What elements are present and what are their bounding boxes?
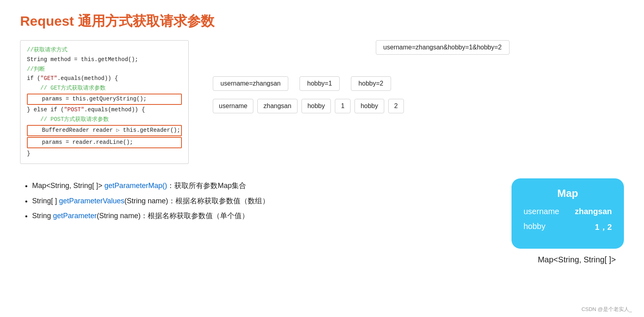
map-type-label: Map<String, String[ ]> xyxy=(538,255,616,264)
param-box-username: username=zhangsan xyxy=(213,76,288,91)
bullet-2-suffix: (String name)：根据名称获取参数值（数组） xyxy=(124,197,269,205)
code-line-7: } else if ("POST".equals(method)) { xyxy=(27,105,182,115)
page-title: Request 通用方式获取请求参数 xyxy=(20,12,624,31)
map-card-value-username: zhangsan xyxy=(575,207,612,216)
code-line-1: //获取请求方式 xyxy=(27,45,182,55)
code-line-5: // GET方式获取请求参数 xyxy=(27,84,182,93)
code-line-2: String method = this.getMethod(); xyxy=(27,55,182,65)
bullet-3-method: getParameter xyxy=(53,212,97,220)
code-line-4: if ("GET".equals(method)) { xyxy=(27,74,182,84)
kv-box-hobby-key1: hobby xyxy=(302,99,331,113)
kv-box-hobby-val2: 2 xyxy=(388,99,404,113)
page: Request 通用方式获取请求参数 //获取请求方式 String metho… xyxy=(0,0,644,317)
map-card-title: Map xyxy=(524,187,612,200)
map-card: Map username zhangsan hobby 1，2 xyxy=(512,178,624,249)
map-section: Map username zhangsan hobby 1，2 Map<Stri… xyxy=(495,178,624,264)
diagram-area: username=zhangsan&hobby=1&hobby=2 userna… xyxy=(189,40,624,164)
kv-box-username-key: username xyxy=(213,99,253,113)
code-line-3: //判断 xyxy=(27,65,182,74)
bullet-item-3: String getParameter(String name)：根据名称获取参… xyxy=(32,209,495,224)
bullet-2-prefix: String[ ] xyxy=(32,197,59,205)
bullet-3-prefix: String xyxy=(32,212,53,220)
code-line-9: BufferedReader reader ▷ this.getReader()… xyxy=(27,125,182,136)
kv-box-hobby-key2: hobby xyxy=(355,99,384,113)
code-block: //获取请求方式 String method = this.getMethod(… xyxy=(20,40,189,164)
param-box-hobby2: hobby=2 xyxy=(351,76,391,91)
map-card-row-hobby: hobby 1，2 xyxy=(524,222,612,233)
bottom-section: Map<String, String[ ]> getParameterMap()… xyxy=(20,178,624,264)
param-boxes-row: username=zhangsan hobby=1 hobby=2 xyxy=(213,76,624,91)
content-area: //获取请求方式 String method = this.getMethod(… xyxy=(20,40,624,164)
map-card-row-username: username zhangsan xyxy=(524,207,612,216)
watermark: CSDN @是个老实人_ xyxy=(581,306,632,313)
bullet-item-1: Map<String, String[ ]> getParameterMap()… xyxy=(32,178,495,194)
kv-box-username-val: zhangsan xyxy=(257,99,297,113)
code-line-8: // POST方式获取请求参数 xyxy=(27,115,182,125)
map-card-key-username: username xyxy=(524,207,559,216)
code-line-6: params = this.getQueryString(); xyxy=(27,93,182,105)
bullet-1-method: getParameterMap() xyxy=(104,182,167,190)
bullet-1-prefix: Map<String, String[ ]> xyxy=(32,182,104,190)
diagram-top: username=zhangsan&hobby=1&hobby=2 userna… xyxy=(213,40,624,113)
url-row: username=zhangsan&hobby=1&hobby=2 xyxy=(213,40,624,67)
bullet-3-suffix: (String name)：根据名称获取参数值（单个值） xyxy=(97,212,249,220)
bullet-list: Map<String, String[ ]> getParameterMap()… xyxy=(20,178,495,264)
code-line-11: } xyxy=(27,149,182,159)
kv-box-hobby-val1: 1 xyxy=(335,99,351,113)
bullet-2-method: getParameterValues xyxy=(59,197,124,205)
kv-boxes-row: username zhangsan hobby 1 hobby 2 xyxy=(213,99,624,113)
map-card-key-hobby: hobby xyxy=(524,222,546,233)
map-card-value-hobby: 1，2 xyxy=(595,222,612,233)
bullet-1-suffix: ：获取所有参数Map集合 xyxy=(167,182,246,190)
param-box-hobby1: hobby=1 xyxy=(300,76,340,91)
code-line-10: params = reader.readLine(); xyxy=(27,137,182,148)
bullet-item-2: String[ ] getParameterValues(String name… xyxy=(32,194,495,209)
url-bar: username=zhangsan&hobby=1&hobby=2 xyxy=(376,40,509,55)
